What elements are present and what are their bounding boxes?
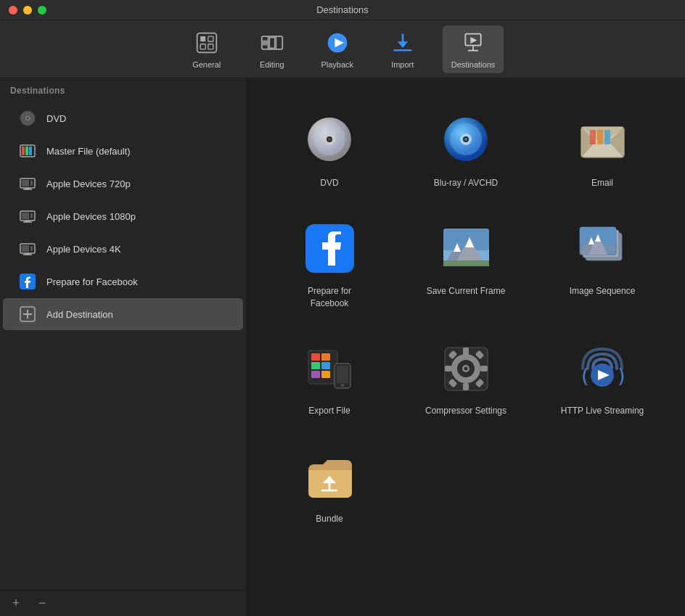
playback-label: Playback [321, 60, 353, 69]
dest-compressor-icon [437, 340, 495, 398]
dest-export-file-icon [300, 340, 358, 398]
destinations-icon [460, 30, 486, 56]
svg-point-51 [328, 138, 331, 141]
svg-rect-65 [604, 130, 610, 144]
sidebar-item-facebook[interactable]: Prepare for Facebook [3, 266, 243, 297]
window-controls[interactable] [9, 6, 46, 15]
svg-rect-98 [480, 366, 488, 371]
toolbar-item-destinations[interactable]: Destinations [443, 25, 504, 73]
sidebar-item-master-file[interactable]: Master File (default) [3, 135, 243, 167]
dest-email-label: Email [591, 177, 613, 189]
main-area: Destinations DVD [0, 78, 685, 616]
dest-bundle[interactable]: Bundle [261, 436, 398, 537]
sidebar-add-label: Add Destination [46, 309, 113, 320]
svg-rect-41 [30, 246, 33, 251]
svg-rect-15 [393, 49, 411, 51]
svg-rect-64 [597, 130, 603, 144]
dest-hls[interactable]: ( ( ) ) HTTP Live Streaming [534, 328, 670, 429]
window-title: Destinations [316, 4, 369, 15]
sidebar-item-apple-4k[interactable]: Apple Devices 4K [3, 233, 243, 265]
dest-export-label: Export File [308, 405, 350, 417]
svg-rect-25 [25, 147, 28, 155]
svg-rect-87 [311, 371, 320, 378]
dest-image-seq-label: Image Sequence [570, 285, 636, 297]
master-file-icon [17, 141, 38, 161]
sidebar-list: DVD Master File (default) [0, 102, 246, 590]
svg-rect-88 [321, 371, 330, 378]
sidebar-facebook-label: Prepare for Facebook [46, 276, 138, 287]
dest-compressor[interactable]: Compressor Settings [398, 328, 534, 429]
dest-bluray[interactable]: Blu-ray / AVCHD [398, 100, 534, 201]
svg-rect-86 [321, 362, 330, 369]
facebook-icon [17, 271, 38, 292]
dest-save-frame-label: Save Current Frame [427, 285, 506, 297]
sidebar-footer: + − [0, 590, 246, 616]
svg-rect-30 [22, 180, 29, 186]
playback-icon [324, 30, 350, 56]
svg-rect-85 [311, 362, 320, 369]
destinations-label: Destinations [451, 60, 496, 69]
general-icon [194, 30, 220, 56]
dest-dvd-label: DVD [320, 177, 338, 189]
svg-rect-8 [261, 40, 268, 45]
svg-rect-0 [197, 33, 216, 52]
toolbar-item-general[interactable]: General [181, 25, 232, 73]
dest-image-seq[interactable]: Image Sequence [534, 208, 670, 321]
svg-rect-35 [22, 213, 29, 219]
svg-rect-40 [22, 245, 29, 252]
sidebar-header: Destinations [0, 78, 246, 102]
sidebar-4k-label: Apple Devices 4K [46, 244, 121, 255]
import-icon [390, 30, 416, 56]
svg-rect-26 [29, 147, 32, 155]
dest-compressor-label: Compressor Settings [425, 405, 506, 417]
add-button[interactable]: + [9, 596, 23, 611]
dest-dvd[interactable]: DVD [261, 100, 398, 201]
dest-hls-label: HTTP Live Streaming [561, 405, 644, 417]
maximize-button[interactable] [38, 6, 46, 15]
svg-rect-63 [590, 130, 596, 144]
dest-email-icon [573, 112, 631, 170]
dest-facebook-label: Prepare for Facebook [308, 285, 351, 310]
add-destination-icon [17, 304, 38, 324]
dest-facebook[interactable]: Prepare for Facebook [261, 208, 398, 321]
dest-email[interactable]: Email [534, 100, 670, 201]
svg-text:): ) [616, 365, 628, 387]
sidebar-item-apple-1080p[interactable]: Apple Devices 1080p [3, 200, 243, 232]
svg-rect-90 [337, 366, 348, 383]
dest-bundle-label: Bundle [316, 513, 342, 525]
sidebar-item-dvd[interactable]: DVD [3, 102, 243, 134]
svg-rect-95 [463, 348, 469, 355]
minimize-button[interactable] [23, 6, 32, 15]
apple-720p-icon [17, 173, 38, 194]
dest-save-frame[interactable]: Save Current Frame [398, 208, 534, 321]
toolbar-item-editing[interactable]: Editing [247, 25, 298, 73]
toolbar-item-import[interactable]: Import [377, 25, 428, 73]
sidebar-dvd-label: DVD [46, 113, 66, 124]
svg-point-104 [464, 366, 467, 370]
sidebar-item-add[interactable]: Add Destination [3, 298, 243, 330]
svg-rect-83 [311, 353, 320, 361]
svg-rect-24 [22, 147, 25, 155]
svg-point-22 [27, 118, 29, 120]
dest-facebook-icon [300, 220, 358, 278]
toolbar-item-playback[interactable]: Playback [312, 25, 363, 73]
svg-rect-73 [443, 260, 489, 266]
remove-button[interactable]: − [35, 596, 49, 611]
dest-export-file[interactable]: Export File [261, 328, 398, 429]
dest-bundle-icon [300, 448, 358, 506]
dvd-icon [17, 108, 38, 128]
svg-rect-97 [445, 366, 452, 371]
content-area: DVD [247, 78, 685, 616]
import-label: Import [391, 60, 414, 69]
svg-point-57 [464, 138, 467, 141]
svg-point-91 [341, 384, 344, 387]
svg-rect-3 [200, 44, 205, 49]
sidebar: Destinations DVD [0, 78, 247, 616]
close-button[interactable] [9, 6, 17, 15]
sidebar-item-apple-720p[interactable]: Apple Devices 720p [3, 168, 243, 200]
toolbar: General Editing Playback [0, 20, 685, 78]
svg-rect-2 [208, 36, 213, 41]
editing-icon [259, 30, 285, 56]
dest-save-frame-icon [437, 220, 495, 278]
editing-label: Editing [260, 60, 284, 69]
